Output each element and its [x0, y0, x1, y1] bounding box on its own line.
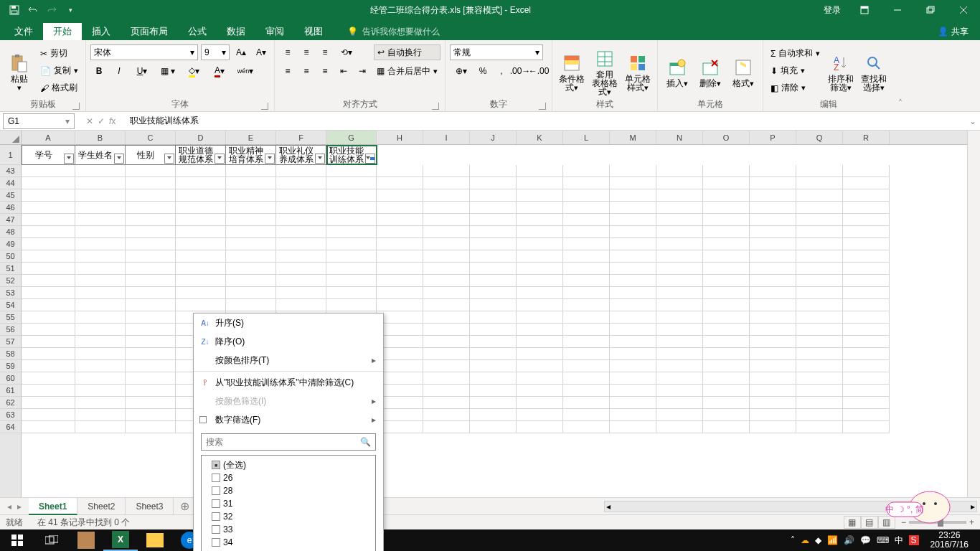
cell[interactable]: [276, 189, 326, 202]
cell[interactable]: [276, 226, 326, 238]
cell[interactable]: [750, 189, 796, 202]
cell[interactable]: [176, 299, 226, 311]
cell[interactable]: [22, 311, 75, 324]
cell[interactable]: [377, 238, 423, 250]
cell[interactable]: [843, 409, 890, 421]
cell[interactable]: [703, 409, 750, 421]
col-header-R[interactable]: R: [843, 131, 890, 144]
cell[interactable]: [703, 226, 750, 238]
cell[interactable]: [276, 275, 326, 287]
cell[interactable]: [796, 409, 843, 421]
cell[interactable]: [563, 372, 610, 385]
sort-asc-item[interactable]: A↓升序(S): [194, 314, 383, 332]
cell[interactable]: [517, 348, 563, 360]
cell[interactable]: [843, 275, 890, 287]
sheet-tab-1[interactable]: Sheet1: [29, 498, 77, 515]
row-header[interactable]: 49: [0, 238, 21, 250]
cell[interactable]: [656, 348, 703, 360]
cell[interactable]: [563, 409, 610, 421]
cell[interactable]: [126, 311, 176, 324]
cell[interactable]: [423, 372, 470, 385]
cell[interactable]: [703, 397, 750, 409]
row-header[interactable]: 51: [0, 263, 21, 275]
cell[interactable]: [423, 275, 470, 287]
number-filters-item[interactable]: 数字筛选(F)▸: [194, 410, 383, 429]
cell[interactable]: [750, 324, 796, 336]
filter-value-item[interactable]: 32: [204, 510, 372, 523]
cell[interactable]: [22, 397, 75, 409]
cell[interactable]: [423, 299, 470, 311]
cell[interactable]: [517, 287, 563, 299]
cell[interactable]: [75, 238, 126, 250]
cell[interactable]: [563, 299, 610, 311]
row-header[interactable]: 59: [0, 360, 21, 372]
cell[interactable]: [517, 238, 563, 250]
cell[interactable]: [377, 287, 423, 299]
cell[interactable]: [843, 397, 890, 409]
normal-view-icon[interactable]: ▦: [844, 516, 861, 529]
cell[interactable]: [176, 226, 226, 238]
cell[interactable]: [22, 189, 75, 202]
cell[interactable]: [470, 372, 517, 385]
cell[interactable]: [610, 263, 656, 275]
horizontal-scrollbar[interactable]: ◂▸: [604, 501, 977, 512]
filter-value-item[interactable]: (全选): [204, 458, 372, 471]
cell[interactable]: [563, 165, 610, 177]
align-left-icon[interactable]: ≡: [279, 63, 296, 79]
minimize-icon[interactable]: [881, 0, 914, 20]
cell[interactable]: [276, 202, 326, 214]
cell[interactable]: [470, 250, 517, 263]
cell[interactable]: [176, 238, 226, 250]
cell[interactable]: [226, 189, 276, 202]
cell[interactable]: [563, 324, 610, 336]
cell[interactable]: [610, 177, 656, 189]
cell[interactable]: [750, 421, 796, 433]
cell[interactable]: [796, 214, 843, 226]
format-as-table-button[interactable]: 套用 表格格式▾: [590, 43, 620, 98]
cell[interactable]: [656, 287, 703, 299]
cell[interactable]: [796, 189, 843, 202]
cell[interactable]: [470, 348, 517, 360]
cell[interactable]: [843, 165, 890, 177]
cell[interactable]: [610, 165, 656, 177]
cell[interactable]: [377, 202, 423, 214]
cell[interactable]: [517, 360, 563, 372]
cell[interactable]: [75, 385, 126, 397]
cell[interactable]: [75, 250, 126, 263]
cell[interactable]: [656, 311, 703, 324]
cell[interactable]: [75, 360, 126, 372]
enter-formula-icon[interactable]: ✓: [98, 116, 105, 126]
cell[interactable]: [423, 214, 470, 226]
row-header[interactable]: 45: [0, 189, 21, 202]
save-icon[interactable]: [6, 1, 23, 19]
cell[interactable]: [517, 177, 563, 189]
cell[interactable]: [610, 421, 656, 433]
cell[interactable]: [563, 189, 610, 202]
cell[interactable]: [377, 263, 423, 275]
cell[interactable]: [610, 287, 656, 299]
cell[interactable]: [126, 275, 176, 287]
cell[interactable]: [423, 360, 470, 372]
filter-value-item[interactable]: 34: [204, 536, 372, 549]
cell[interactable]: [22, 421, 75, 433]
login-button[interactable]: 登录: [816, 0, 848, 20]
col-header-I[interactable]: I: [423, 131, 470, 144]
align-middle-icon[interactable]: ≡: [298, 44, 315, 60]
cell[interactable]: [610, 348, 656, 360]
cell[interactable]: [843, 385, 890, 397]
cell[interactable]: [22, 250, 75, 263]
cell[interactable]: [656, 263, 703, 275]
page-break-view-icon[interactable]: ▥: [878, 516, 895, 529]
taskbar-app-1[interactable]: [69, 529, 103, 551]
cell[interactable]: [326, 165, 377, 177]
cell[interactable]: [22, 360, 75, 372]
tray-onedrive-icon[interactable]: ☁: [801, 535, 809, 545]
cell[interactable]: [470, 311, 517, 324]
row-header[interactable]: 44: [0, 177, 21, 189]
cell[interactable]: [843, 348, 890, 360]
cell[interactable]: [423, 397, 470, 409]
wrap-text-button[interactable]: ↩自动换行: [374, 44, 440, 60]
col-header-L[interactable]: L: [563, 131, 610, 144]
cell[interactable]: [656, 189, 703, 202]
cell[interactable]: [517, 372, 563, 385]
